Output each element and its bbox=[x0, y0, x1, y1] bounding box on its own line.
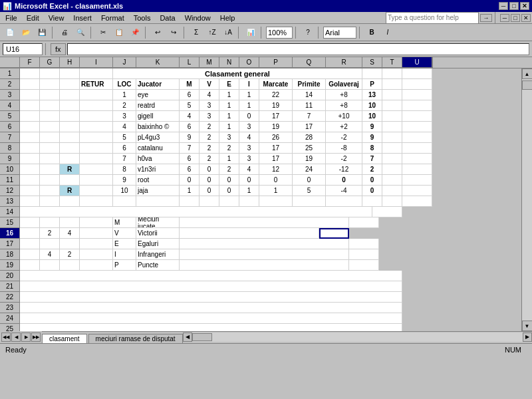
cell-O9[interactable]: 3 bbox=[239, 154, 259, 164]
cell-L3[interactable]: 6 bbox=[180, 90, 200, 100]
cell-H3[interactable] bbox=[60, 90, 80, 100]
row-header-15[interactable]: 15 bbox=[0, 217, 20, 228]
cell-R5[interactable]: +10 bbox=[326, 111, 362, 122]
cell-L6[interactable]: 6 bbox=[180, 122, 200, 132]
cell-H7[interactable] bbox=[60, 132, 80, 143]
row-header-16[interactable]: 16 bbox=[0, 228, 20, 239]
cell-F17[interactable] bbox=[20, 239, 40, 249]
cell-S12[interactable]: 0 bbox=[362, 186, 382, 196]
cell-F7[interactable] bbox=[20, 132, 40, 143]
cell-J2[interactable]: LOC bbox=[113, 79, 136, 90]
cell-I4[interactable] bbox=[80, 100, 113, 111]
cell-K12[interactable]: jaja bbox=[136, 186, 180, 196]
cell-F2[interactable] bbox=[20, 79, 40, 90]
cell-T5[interactable] bbox=[382, 111, 402, 122]
cell-empty-25[interactable] bbox=[20, 324, 402, 331]
cell-empty-15[interactable] bbox=[180, 217, 349, 228]
open-button[interactable]: 📂 bbox=[19, 26, 33, 39]
cell-U15[interactable] bbox=[349, 217, 379, 228]
col-header-G[interactable]: G bbox=[40, 57, 60, 68]
cell-U17[interactable] bbox=[349, 239, 379, 249]
cell-O10[interactable]: 4 bbox=[239, 164, 259, 175]
cell-J11[interactable]: 9 bbox=[113, 175, 136, 186]
cell-K16[interactable]: Victorii bbox=[136, 228, 180, 239]
fx-button[interactable]: fx bbox=[51, 43, 66, 55]
cell-F16[interactable] bbox=[20, 228, 40, 239]
cell-I15[interactable] bbox=[80, 217, 113, 228]
cell-empty-16[interactable] bbox=[180, 228, 319, 239]
cell-U1[interactable] bbox=[402, 68, 432, 79]
cell-title[interactable]: Clasament general bbox=[113, 68, 362, 79]
cell-J8[interactable]: 6 bbox=[113, 143, 136, 154]
scroll-up-button[interactable]: ▲ bbox=[522, 68, 533, 79]
cell-O5[interactable]: 0 bbox=[239, 111, 259, 122]
cell-J12[interactable]: 10 bbox=[113, 186, 136, 196]
cell-G17[interactable] bbox=[40, 239, 60, 249]
h-scroll-right[interactable]: ▶ bbox=[523, 332, 532, 342]
help-search-button[interactable]: → bbox=[480, 14, 492, 22]
menu-format[interactable]: Format bbox=[97, 13, 128, 23]
row-header-7[interactable]: 7 bbox=[0, 132, 20, 143]
cell-empty-17[interactable] bbox=[180, 239, 349, 249]
cell-L2[interactable]: M bbox=[180, 79, 200, 90]
cell-J3[interactable]: 1 bbox=[113, 90, 136, 100]
cell-U19[interactable] bbox=[349, 260, 379, 271]
cell-P12[interactable]: 1 bbox=[259, 186, 293, 196]
cell-N3[interactable]: 1 bbox=[219, 90, 239, 100]
chart-button[interactable]: 📊 bbox=[243, 26, 258, 39]
cell-K6[interactable]: baixinho © bbox=[136, 122, 180, 132]
cell-F19[interactable] bbox=[20, 260, 40, 271]
cell-P10[interactable]: 12 bbox=[259, 164, 293, 175]
cell-U4[interactable] bbox=[402, 100, 432, 111]
menu-tools[interactable]: Tools bbox=[130, 13, 155, 23]
cell-M2[interactable]: V bbox=[200, 79, 219, 90]
cell-empty-18[interactable] bbox=[180, 249, 349, 260]
cell-K8[interactable]: catalanu bbox=[136, 143, 180, 154]
cell-M10[interactable]: 0 bbox=[200, 164, 219, 175]
cell-T3[interactable] bbox=[382, 90, 402, 100]
menu-window[interactable]: Window bbox=[181, 13, 215, 23]
cell-U3[interactable] bbox=[402, 90, 432, 100]
cell-N4[interactable]: 1 bbox=[219, 100, 239, 111]
col-header-I[interactable]: I bbox=[80, 57, 113, 68]
sort-asc-button[interactable]: ↑Z bbox=[205, 26, 219, 39]
cell-T9[interactable] bbox=[382, 154, 402, 164]
cell-J19[interactable]: P bbox=[113, 260, 136, 271]
row-header-19[interactable]: 19 bbox=[0, 260, 20, 271]
cell-H18[interactable]: 2 bbox=[60, 249, 80, 260]
cell-U13[interactable] bbox=[402, 196, 432, 207]
cell-M12[interactable]: 0 bbox=[200, 186, 219, 196]
cell-F10[interactable] bbox=[20, 164, 40, 175]
cell-I11[interactable] bbox=[80, 175, 113, 186]
cell-Q7[interactable]: 28 bbox=[293, 132, 326, 143]
cell-O11[interactable]: 0 bbox=[239, 175, 259, 186]
cell-S3[interactable]: 13 bbox=[362, 90, 382, 100]
scroll-thumb[interactable] bbox=[522, 80, 533, 90]
row-header-2[interactable]: 2 bbox=[0, 79, 20, 90]
cell-K17[interactable]: Egaluri bbox=[136, 239, 180, 249]
cell-N5[interactable]: 1 bbox=[219, 111, 239, 122]
cell-G9[interactable] bbox=[40, 154, 60, 164]
tab-scroll-first[interactable]: ◀◀ bbox=[1, 332, 11, 342]
preview-button[interactable]: 🔍 bbox=[73, 26, 88, 39]
cell-Q10[interactable]: 24 bbox=[293, 164, 326, 175]
cell-F3[interactable] bbox=[20, 90, 40, 100]
cell-K11[interactable]: root bbox=[136, 175, 180, 186]
cell-R9[interactable]: -2 bbox=[326, 154, 362, 164]
cell-R4[interactable]: +8 bbox=[326, 100, 362, 111]
cell-R3[interactable]: +8 bbox=[326, 90, 362, 100]
cell-I16[interactable] bbox=[80, 228, 113, 239]
cell-G11[interactable] bbox=[40, 175, 60, 186]
cell-P2[interactable]: Marcate bbox=[259, 79, 293, 90]
cell-N8[interactable]: 2 bbox=[219, 143, 239, 154]
cell-Q5[interactable]: 7 bbox=[293, 111, 326, 122]
cell-L10[interactable]: 6 bbox=[180, 164, 200, 175]
cell-F12[interactable] bbox=[20, 186, 40, 196]
cell-I2[interactable]: RETUR bbox=[80, 79, 113, 90]
window-controls[interactable]: ─ □ ✕ bbox=[499, 2, 529, 10]
sheet-tab-clasament[interactable]: clasament bbox=[42, 334, 87, 343]
col-header-P[interactable]: P bbox=[259, 57, 293, 68]
cell-H17[interactable] bbox=[60, 239, 80, 249]
cell-K10[interactable]: v1n3ri bbox=[136, 164, 180, 175]
cell-G3[interactable] bbox=[40, 90, 60, 100]
